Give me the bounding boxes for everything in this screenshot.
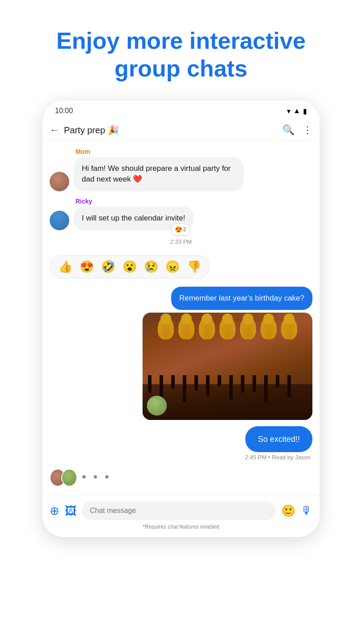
emoji-reaction-bar: 👍 😍 🤣 😮 😢 😠 👎 [50,255,210,279]
mic-button[interactable]: 🎙 [301,504,312,518]
read-receipt: 2:45 PM • Read by Jason [245,454,312,461]
msg-row-mom: Hi fam! We should prepare a virtual part… [50,157,312,191]
avatar-mom [50,172,69,191]
emoji-heart-eyes[interactable]: 😍 [80,260,94,274]
reaction-count: 2 [183,226,186,233]
headline-line1: Enjoy more interactive [56,28,306,54]
typing-avatar-jason [61,470,77,486]
cake-frosting [143,317,312,339]
app-header: ← Party prep 🎉 🔍 ⋮ [42,120,320,141]
battery-icon: ▮ [303,107,307,115]
headline-line2: group chats [114,55,248,81]
bubble-ricky: I will set up the calendar invite! 😍 2 [74,207,194,230]
emoji-input-icon[interactable]: 🙂 [281,504,295,518]
cake-image-bubble [143,313,312,420]
typing-row: • • • [50,467,312,488]
headline: Enjoy more interactive group chats [21,0,341,101]
cake-drip [143,384,312,420]
emoji-wow[interactable]: 😮 [122,260,137,274]
msg-group-mom: Mom Hi fam! We should prepare a virtual … [50,148,312,191]
chat-area: Mom Hi fam! We should prepare a virtual … [42,141,320,496]
emoji-thumbsup[interactable]: 👍 [58,260,72,274]
emoji-angry[interactable]: 😠 [165,260,180,274]
msg-group-ricky: Ricky I will set up the calendar invite!… [50,198,312,230]
typing-avatars [50,470,77,486]
add-button[interactable]: ⊕ [50,504,59,518]
emoji-thumbsdown[interactable]: 👎 [187,260,201,274]
signal-icon: ▲ [293,107,300,115]
bubble-mom: Hi fam! We should prepare a virtual part… [74,157,244,191]
status-time: 10:00 [55,107,73,115]
media-button[interactable]: 🖼 [65,504,76,518]
phone-mockup: 10:00 ▾ ▲ ▮ ← Party prep 🎉 🔍 ⋮ Mom Hi fa… [42,101,320,538]
msg-group-my-birthday: Remember last year's birthday cake? [50,287,312,420]
reaction-badge: 😍 2 [171,224,190,235]
typing-dots: • • • [82,470,111,486]
chat-input[interactable] [82,501,276,520]
emoji-sad[interactable]: 😢 [144,260,158,274]
emoji-laugh[interactable]: 🤣 [101,260,115,274]
input-bar: ⊕ 🖼 🙂 🎙 *Requires chat features enabled [42,496,320,537]
drip-drops [143,375,312,403]
status-icons: ▾ ▲ ▮ [287,107,307,115]
more-options-icon[interactable]: ⋮ [303,124,312,136]
reaction-emoji: 😍 [175,225,182,234]
disclaimer: *Requires chat features enabled [50,524,312,534]
bubble-sent: So excited!! [245,426,312,452]
chat-title: Party prep 🎉 [64,125,282,136]
bubble-my-birthday-text: Remember last year's birthday cake? [171,287,312,310]
avatar-ricky [50,211,69,230]
wifi-icon: ▾ [287,107,290,115]
search-icon[interactable]: 🔍 [282,124,295,136]
input-row: ⊕ 🖼 🙂 🎙 [50,501,312,520]
status-bar: 10:00 ▾ ▲ ▮ [42,101,320,120]
msg-group-sent: So excited!! 2:45 PM • Read by Jason [50,426,312,461]
sender-name-ricky: Ricky [76,198,312,205]
cake-image [143,313,312,420]
timestamp-center: 2:33 PM [50,238,312,245]
header-icons: 🔍 ⋮ [282,124,312,136]
back-button[interactable]: ← [50,124,59,136]
sender-name-mom: Mom [76,148,312,155]
msg-row-ricky: I will set up the calendar invite! 😍 2 [50,207,312,230]
